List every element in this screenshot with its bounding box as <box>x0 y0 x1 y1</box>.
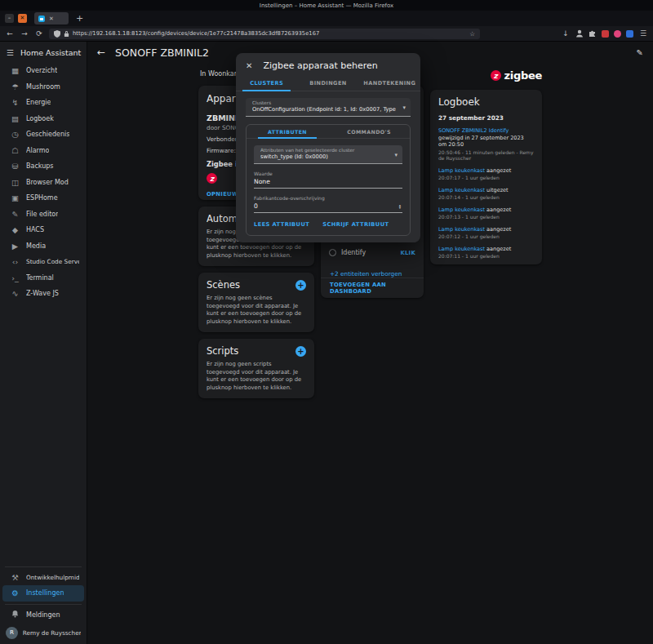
card-title: Scènes <box>207 279 295 291</box>
extension-pink-icon[interactable] <box>614 30 621 38</box>
sidebar-item-geschiedenis[interactable]: ◷ Geschiedenis <box>2 127 84 143</box>
empty-text: Er zijn nog geen scripts toegevoegd voor… <box>207 361 306 392</box>
menu-hamburger-icon[interactable]: ☰ <box>638 29 648 38</box>
write-attribute-button[interactable]: SCHRIJF ATTRIBUUT <box>322 221 389 228</box>
stepper-down-icon[interactable]: ▾ <box>399 207 401 210</box>
sidebar-user-row[interactable]: R Remy de Ruysscher <box>0 623 87 642</box>
sidebar-item-label: Z-Wave JS <box>26 290 59 297</box>
sidebar-item-zwave-js[interactable]: ∿ Z-Wave JS <box>2 286 84 302</box>
cluster-select[interactable]: Clusters OnOffConfiguration (Endpoint id… <box>246 98 411 117</box>
entity-link[interactable]: Lamp keukenkast <box>438 226 485 233</box>
sidebar-item-esphome[interactable]: ▣ ESPHome <box>2 190 84 207</box>
bookmark-star-icon[interactable]: ☆ <box>469 30 475 38</box>
extensions-puzzle-icon[interactable] <box>589 29 597 38</box>
sidebar-item-backups[interactable]: ⛁ Backups <box>2 158 84 175</box>
forward-icon[interactable]: → <box>20 29 29 38</box>
sidebar-item-label: Geschiedenis <box>26 131 69 138</box>
sidebar-item-overzicht[interactable]: ▦ Overzicht <box>2 63 84 79</box>
add-to-dashboard-button[interactable]: TOEVOEGEN AAN DASHBOARD <box>330 282 415 295</box>
sidebar-item-logboek[interactable]: ▤ Logboek <box>2 111 84 127</box>
sidebar-item-label: Logboek <box>26 115 54 122</box>
add-script-icon[interactable]: + <box>295 346 306 357</box>
sidebar-item-mushroom[interactable]: ☂ Mushroom <box>2 79 84 95</box>
hidden-entities-link[interactable]: +2 entiteiten verborgen <box>330 270 402 278</box>
gear-icon: ⚙ <box>10 588 20 597</box>
tab-handtekening[interactable]: HANDTEKENING <box>359 75 420 91</box>
entry-meta: 20:07:17 - 1 uur geleden <box>438 175 534 181</box>
attributes-panel: ATTRIBUTEN COMMANDO'S Attributen van het… <box>246 124 411 236</box>
browser-tab[interactable]: ✕ <box>34 12 69 24</box>
extension-blue-icon[interactable] <box>626 30 633 38</box>
url-bar[interactable]: https://192.168.1.18:8123/config/devices… <box>49 29 480 39</box>
sidebar-menu-icon[interactable]: ☰ <box>7 48 14 57</box>
tab-bindingen[interactable]: BINDINGEN <box>297 75 358 91</box>
reload-icon[interactable]: ⟳ <box>34 29 44 38</box>
manufacturer-code-field[interactable]: Fabrikantcode-overschrijving 0 ▴▾ <box>254 195 402 213</box>
window-minimize-button[interactable]: – <box>5 14 14 23</box>
sidebar-bottom: ⚒ Ontwikkelhulpmiddelen ⚙ Instellingen M… <box>0 564 87 643</box>
close-dialog-icon[interactable]: ✕ <box>246 61 252 70</box>
tab-clusters[interactable]: CLUSTERS <box>236 75 297 91</box>
attribute-select[interactable]: Attributen van het geselecteerde cluster… <box>254 145 402 164</box>
field-value[interactable]: 0 <box>254 202 402 210</box>
entity-link[interactable]: Lamp keukenkast <box>438 207 485 213</box>
dialog-title: Zigbee apparaat beheren <box>263 60 377 71</box>
dialog-header: ✕ Zigbee apparaat beheren <box>236 53 420 75</box>
url-text[interactable]: https://192.168.1.18:8123/config/devices… <box>73 30 466 37</box>
entry-meta: 20:07:13 - 1 uur geleden <box>438 214 534 220</box>
sidebar-item-energie[interactable]: ↯ Energie <box>2 95 84 111</box>
entity-row-identify[interactable]: Identify KLIK <box>329 249 415 256</box>
downloads-icon[interactable]: ↓ <box>561 29 571 38</box>
logbook-card: Logboek 27 september 2023 SONOFF ZBMINIL… <box>430 90 542 264</box>
back-arrow-icon[interactable]: ← <box>97 47 105 58</box>
account-icon[interactable] <box>575 29 584 38</box>
back-icon[interactable]: ← <box>5 29 15 38</box>
entity-link[interactable]: Lamp keukenkast <box>438 187 485 193</box>
sidebar-item-label: Media <box>26 242 46 250</box>
select-value: OnOffConfiguration (Endpoint id: 1, Id: … <box>252 106 396 113</box>
card-title: Logboek <box>438 96 534 108</box>
sidebar-item-hacs[interactable]: ◆ HACS <box>2 222 84 238</box>
edit-pencil-icon[interactable]: ✎ <box>637 48 643 57</box>
entity-link[interactable]: Lamp keukenkast <box>438 246 485 252</box>
close-tab-icon[interactable]: ✕ <box>49 16 54 22</box>
read-attribute-button[interactable]: LEES ATTRIBUUT <box>254 221 309 228</box>
logbook-entry: Lamp keukenkast uitgezet 20:07:14 - 1 uu… <box>438 187 534 201</box>
extension-ublock-icon[interactable] <box>602 30 609 38</box>
sidebar-item-label: Mushroom <box>26 83 60 91</box>
window-close-button[interactable]: ✕ <box>18 14 27 23</box>
entity-link[interactable]: Lamp keukenkast <box>438 167 485 174</box>
sidebar-item-studio-code-server[interactable]: ‹› Studio Code Server <box>2 254 84 270</box>
value-field[interactable]: Waarde None <box>254 171 402 189</box>
sidebar-item-label: File editor <box>26 211 58 218</box>
zigbee-brand: z zigbee <box>430 69 542 82</box>
bell-icon <box>10 610 20 620</box>
sidebar-item-file-editor[interactable]: ✎ File editor <box>2 207 84 223</box>
navigation-bar: ← → ⟳ https://192.168.1.18:8123/config/d… <box>0 26 653 42</box>
sidebar-item-label: ESPHome <box>26 194 58 202</box>
tab-attributen[interactable]: ATTRIBUTEN <box>247 125 328 138</box>
sidebar-item-label: HACS <box>26 226 44 233</box>
sidebar-header: ☰ Home Assistant <box>0 42 87 63</box>
add-scene-icon[interactable]: + <box>295 280 306 291</box>
entity-icon <box>329 249 336 256</box>
sidebar-item-alarmo[interactable]: ☖ Alarmo <box>2 143 84 159</box>
sidebar-item-ontwikkelhulpmiddelen[interactable]: ⚒ Ontwikkelhulpmiddelen <box>2 570 84 586</box>
number-stepper[interactable]: ▴▾ <box>399 204 401 210</box>
sidebar-item-browser-mod[interactable]: ◫ Browser Mod <box>2 175 84 191</box>
mushroom-icon: ☂ <box>10 82 20 91</box>
sidebar-item-media[interactable]: ▶ Media <box>2 238 84 255</box>
identify-press-button[interactable]: KLIK <box>400 250 415 256</box>
entry-action: aangezet <box>486 226 511 233</box>
field-value[interactable]: None <box>254 178 402 185</box>
tracking-shield-icon[interactable] <box>54 30 60 38</box>
tab-commandos[interactable]: COMMANDO'S <box>328 125 410 138</box>
logbook-entry: SONOFF ZBMINIL2 Identify gewijzigd in 27… <box>438 127 534 162</box>
entry-meta: 20:07:14 - 1 uur geleden <box>438 194 534 201</box>
entity-link[interactable]: SONOFF ZBMINIL2 Identify <box>438 127 509 134</box>
sidebar-item-terminal[interactable]: ›_ Terminal <box>2 270 84 286</box>
zigbee-integration-icon: z <box>207 173 217 184</box>
sidebar-item-meldingen[interactable]: Meldingen <box>2 607 84 624</box>
new-tab-button[interactable]: + <box>76 13 83 24</box>
sidebar-item-instellingen[interactable]: ⚙ Instellingen <box>2 585 84 602</box>
